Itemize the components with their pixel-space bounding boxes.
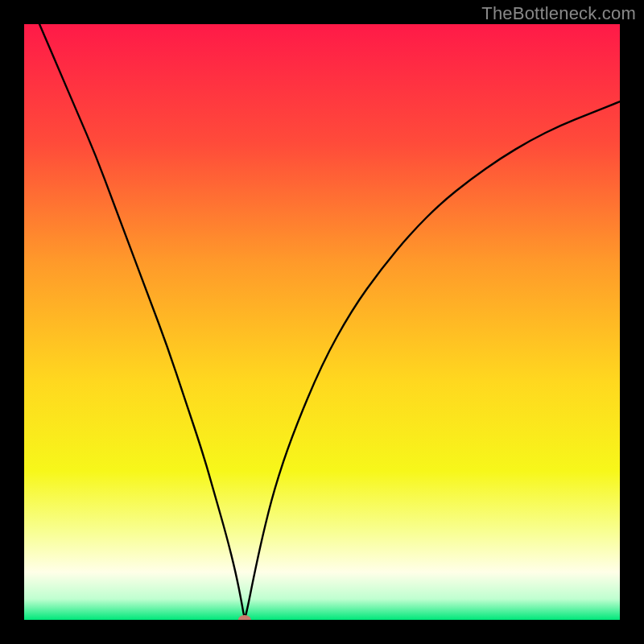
watermark-text: TheBottleneck.com bbox=[481, 3, 636, 24]
chart-frame: TheBottleneck.com bbox=[0, 0, 644, 644]
gradient-background bbox=[24, 24, 620, 620]
chart-svg bbox=[24, 24, 620, 620]
plot-area bbox=[24, 24, 620, 620]
